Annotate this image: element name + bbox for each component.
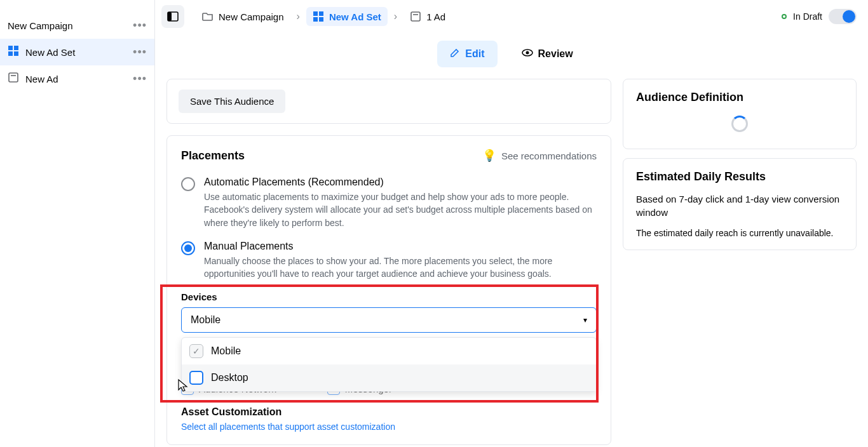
eye-icon: [522, 47, 533, 61]
audience-card: Save This Audience: [166, 79, 611, 124]
sidebar-item-label: New Ad Set: [25, 47, 75, 58]
see-recommendations-link[interactable]: 💡 See recommendations: [482, 149, 597, 163]
svg-rect-3: [14, 51, 18, 56]
see-rec-label: See recommendations: [501, 150, 597, 161]
sidebar-item-label: New Campaign: [8, 20, 73, 31]
svg-rect-0: [8, 46, 13, 50]
grid-icon: [8, 45, 19, 59]
svg-rect-12: [411, 12, 420, 21]
radio-automatic-placements[interactable]: Automatic Placements (Recommended) Use a…: [181, 177, 597, 229]
draft-status: In Draft: [782, 9, 857, 24]
page-icon: [8, 72, 19, 86]
radio-desc: Manually choose the places to show your …: [204, 255, 597, 281]
audience-definition-title: Audience Definition: [636, 91, 843, 104]
estimated-subtitle: Based on 7-day click and 1-day view conv…: [636, 192, 843, 219]
more-icon[interactable]: •••: [133, 19, 147, 32]
grid-icon: [313, 11, 324, 22]
pencil-icon: [450, 48, 460, 60]
svg-point-15: [526, 51, 529, 55]
sidebar-item-ad[interactable]: New Ad •••: [0, 65, 154, 92]
sidebar-item-label: New Ad: [25, 74, 58, 84]
devices-selected-value: Mobile: [191, 314, 220, 326]
option-label: Mobile: [211, 345, 241, 357]
status-dot-icon: [782, 14, 787, 19]
chevron-right-icon: ›: [394, 11, 397, 22]
breadcrumb-ad[interactable]: 1 Ad: [403, 7, 452, 26]
estimated-note: The estimated daily reach is currently u…: [636, 228, 843, 238]
edit-review-tabs: Edit Review: [155, 33, 868, 79]
devices-block: Devices Mobile ▾ ✓ Mobile ✓: [181, 291, 597, 395]
radio-icon: [181, 241, 195, 255]
breadcrumb-adset[interactable]: New Ad Set: [306, 7, 388, 26]
svg-rect-1: [14, 46, 18, 50]
asset-customization-title: Asset Customization: [181, 406, 597, 418]
topbar: New Campaign › New Ad Set › 1 Ad: [155, 0, 868, 33]
svg-rect-10: [313, 17, 318, 22]
devices-dropdown: ✓ Mobile ✓ Desktop: [181, 337, 597, 392]
tab-label: Review: [538, 48, 573, 60]
breadcrumb-label: New Ad Set: [329, 11, 381, 22]
sidebar-item-adset[interactable]: New Ad Set •••: [0, 39, 154, 65]
estimated-results-card: Estimated Daily Results Based on 7-day c…: [623, 158, 857, 250]
placements-title: Placements: [181, 149, 245, 163]
more-icon[interactable]: •••: [133, 72, 147, 86]
more-icon[interactable]: •••: [133, 46, 147, 59]
estimated-title: Estimated Daily Results: [636, 170, 843, 183]
left-sidebar: New Campaign ••• New Ad Set ••• New Ad •…: [0, 0, 155, 447]
tab-review[interactable]: Review: [509, 41, 586, 67]
option-label: Desktop: [211, 372, 248, 384]
svg-rect-7: [168, 12, 172, 21]
svg-rect-2: [8, 51, 13, 56]
sidebar-item-campaign[interactable]: New Campaign •••: [0, 13, 154, 39]
svg-rect-9: [319, 11, 323, 16]
svg-rect-11: [319, 17, 323, 22]
status-toggle[interactable]: [829, 9, 857, 24]
audience-definition-card: Audience Definition: [623, 79, 857, 149]
save-audience-button[interactable]: Save This Audience: [179, 90, 285, 113]
breadcrumb-label: 1 Ad: [426, 11, 445, 22]
placements-card: Placements 💡 See recommendations Automat…: [166, 135, 611, 445]
radio-title: Automatic Placements (Recommended): [204, 177, 597, 188]
checkbox-icon: ✓: [189, 344, 203, 358]
tab-label: Edit: [465, 48, 484, 60]
page-icon: [410, 11, 421, 22]
lightbulb-icon: 💡: [482, 149, 496, 163]
devices-option-mobile[interactable]: ✓ Mobile: [182, 338, 596, 364]
tab-edit[interactable]: Edit: [437, 41, 497, 67]
checkbox-icon: ✓: [189, 371, 203, 385]
radio-desc: Use automatic placements to maximize you…: [204, 190, 597, 229]
breadcrumb: New Campaign › New Ad Set › 1 Ad: [161, 5, 452, 28]
devices-label: Devices: [181, 291, 597, 302]
asset-customization-link[interactable]: Select all placements that support asset…: [181, 422, 597, 432]
breadcrumb-label: New Campaign: [219, 11, 284, 22]
breadcrumb-campaign[interactable]: New Campaign: [196, 7, 290, 26]
radio-title: Manual Placements: [204, 241, 597, 252]
radio-icon: [181, 177, 195, 191]
chevron-right-icon: ›: [297, 11, 300, 22]
asset-customization: Asset Customization Select all placement…: [181, 406, 597, 432]
folder-icon: [202, 11, 214, 22]
svg-rect-4: [9, 73, 18, 82]
devices-select[interactable]: Mobile ▾: [181, 307, 597, 333]
loading-spinner-icon: [731, 116, 748, 132]
svg-rect-8: [313, 11, 318, 16]
devices-option-desktop[interactable]: ✓ Desktop: [182, 364, 596, 391]
panel-toggle-button[interactable]: [161, 5, 184, 28]
radio-manual-placements[interactable]: Manual Placements Manually choose the pl…: [181, 241, 597, 281]
caret-down-icon: ▾: [583, 316, 587, 324]
status-label: In Draft: [793, 11, 822, 22]
